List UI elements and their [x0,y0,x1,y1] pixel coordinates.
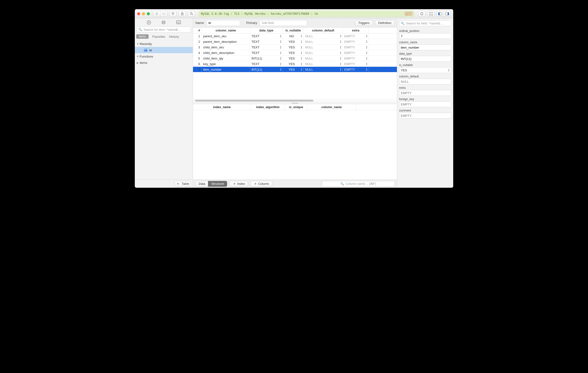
add-field-input[interactable]: Add field [260,20,307,26]
cell-extra[interactable]: EMPTY [343,50,369,55]
cell-type[interactable]: TEXT [250,50,283,55]
extra-input[interactable] [399,90,451,96]
col-header-name[interactable]: column_name [202,28,250,33]
cell-nullable[interactable]: YES [283,50,304,55]
tree-recently[interactable]: ▼ Recently [135,41,193,47]
lock-icon[interactable] [178,11,186,17]
cell-type[interactable]: TEXT [250,61,283,66]
filter-icon[interactable] [169,11,177,17]
grid-icon[interactable] [427,11,435,17]
stepper-icon[interactable] [366,68,368,71]
column-default-input[interactable] [399,79,451,84]
cell-default[interactable]: NULL [304,44,343,50]
tab-favorites[interactable]: Favorites [152,35,165,38]
database-icon[interactable] [161,20,166,25]
close-window[interactable] [137,12,140,15]
stepper-icon[interactable] [300,68,303,71]
stepper-icon[interactable] [339,62,342,66]
inspector-search[interactable]: 🔍 Search for field: ^name$… [399,20,451,26]
right-pane-toggle[interactable] [443,11,451,17]
idx-header-name[interactable]: index_name [193,104,251,110]
stepper-icon[interactable] [280,62,282,66]
data-type-input[interactable] [399,56,451,62]
col-header-null[interactable]: is_nullable [283,28,304,33]
stepper-icon[interactable] [280,40,282,43]
left-pane-toggle[interactable] [437,11,444,17]
stepper-icon[interactable] [280,34,282,38]
table-row[interactable]: 4child_item_descriptionTEXTYESNULLEMPTY [193,50,397,56]
cell-nullable[interactable]: YES [283,67,304,72]
stepper-icon[interactable] [300,45,303,49]
cell-nullable[interactable]: YES [283,44,304,50]
cell-default[interactable]: NULL [304,50,343,55]
cell-extra[interactable]: EMPTY [343,61,369,66]
column-search[interactable]: 🔍 Column name… (⌘F) [322,181,395,187]
eye-icon[interactable] [160,11,168,17]
indexes-body[interactable] [193,110,397,179]
tree-items[interactable]: ▶ Items [135,59,193,66]
table-row[interactable]: 2parent_item_descriptionTEXTYESNULLEMPTY [193,39,397,44]
cell-default[interactable]: NULL [304,61,343,66]
cell-name[interactable]: child_item_sku [202,44,250,50]
cell-type[interactable]: INT(11) [250,56,283,61]
minimize-window[interactable] [142,12,145,15]
tab-items[interactable]: Items [136,34,148,39]
foreign-key-input[interactable] [399,101,451,107]
table-row[interactable]: 7item_numberINT(11)YESNULLEMPTY [193,67,397,72]
cell-name[interactable]: key_type [202,61,250,66]
is-nullable-select[interactable]: YES [399,67,451,73]
comment-input[interactable] [399,113,451,119]
col-header-def[interactable]: column_default [304,28,343,33]
stepper-icon[interactable] [300,62,303,66]
scrollbar-thumb[interactable] [195,100,313,102]
stepper-icon[interactable] [366,40,368,43]
tree-functions[interactable]: ▼ Functions [135,53,193,59]
stepper-icon[interactable] [366,57,368,60]
cell-name[interactable]: item_number [202,67,250,72]
columns-blank-area[interactable] [193,72,397,99]
cell-nullable[interactable]: YES [283,39,304,44]
stepper-icon[interactable] [300,34,303,38]
bolt-icon[interactable] [147,20,151,25]
reload-icon[interactable] [418,11,425,17]
stepper-icon[interactable] [300,40,303,43]
stepper-icon[interactable] [339,51,342,55]
table-name-input[interactable] [206,20,240,26]
cell-default[interactable]: NULL [304,39,343,44]
sidebar-search[interactable]: 🔍 Search for item: ^name$… [137,27,191,33]
cell-type[interactable]: TEXT [250,39,283,44]
column-name-input[interactable] [399,44,451,50]
connection-pill[interactable]: MySQL 5.6.36-log : TLS : MySQL Heroku : … [199,11,414,17]
stepper-icon[interactable] [339,57,342,60]
stepper-icon[interactable] [339,68,342,71]
table-row[interactable]: 5child_item_qtyINT(11)YESNULLEMPTY [193,56,397,61]
stepper-icon[interactable] [366,45,368,49]
tree-item-te[interactable]: te [135,47,193,53]
stepper-icon[interactable] [366,34,368,38]
data-tab[interactable]: Data [195,181,208,187]
idx-header-col[interactable]: column_name [307,104,356,110]
idx-header-uni[interactable]: is_unique [285,104,307,110]
add-table-button[interactable]: ＋ Table [174,181,191,187]
add-column-button[interactable]: ＋Column [251,181,272,187]
cell-default[interactable]: NULL [304,56,343,61]
idx-header-alg[interactable]: index_algorithm [251,104,285,110]
cell-name[interactable]: parent_item_description [202,39,250,44]
cell-extra[interactable]: EMPTY [343,39,369,44]
col-header-extra[interactable]: extra [343,28,369,33]
stepper-icon[interactable] [366,51,368,55]
ordinal-position-input[interactable] [399,33,451,39]
cell-type[interactable]: TEXT [250,33,283,39]
triggers-button[interactable]: Triggers [355,20,373,26]
zoom-window[interactable] [147,12,150,15]
cell-extra[interactable]: EMPTY [343,44,369,50]
add-index-button[interactable]: ＋Index [230,181,248,187]
cell-nullable[interactable]: YES [283,61,304,66]
cell-name[interactable]: child_item_description [202,50,250,55]
stepper-icon[interactable] [300,51,303,55]
horizontal-scrollbar[interactable] [193,99,397,102]
stepper-icon[interactable] [280,51,282,55]
cell-nullable[interactable]: YES [283,56,304,61]
stepper-icon[interactable] [339,34,342,38]
stepper-icon[interactable] [280,68,282,71]
